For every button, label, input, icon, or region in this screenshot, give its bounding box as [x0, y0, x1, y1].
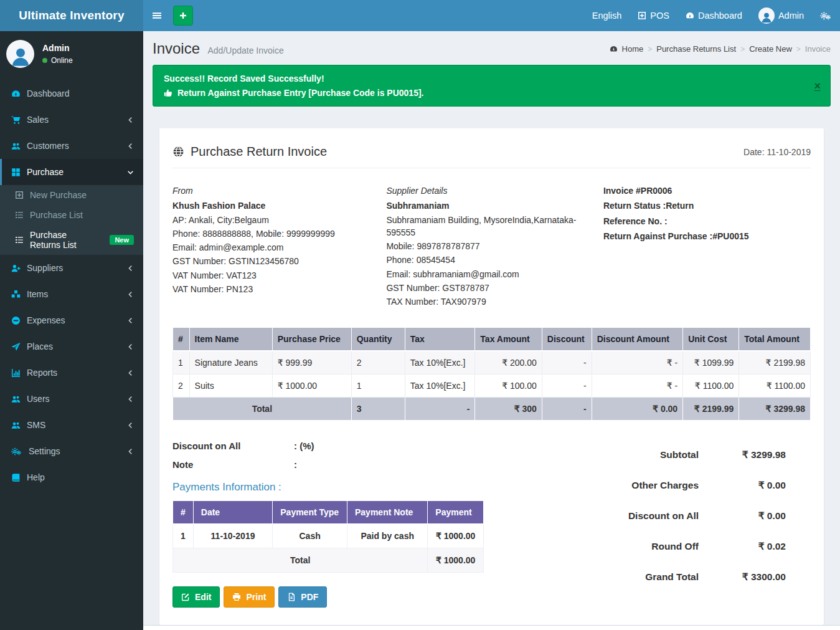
pdf-button[interactable]: PDF: [278, 586, 327, 608]
chevron-left-icon: [127, 370, 134, 376]
action-buttons: Edit Print PDF: [172, 586, 587, 608]
sidebar-item-dashboard[interactable]: Dashboard: [0, 80, 143, 107]
quick-add-button[interactable]: [173, 6, 193, 26]
thumbs-up-icon: [164, 88, 172, 97]
print-button[interactable]: Print: [224, 586, 275, 608]
avatar: [758, 7, 775, 24]
hamburger-icon: [152, 11, 162, 21]
file-pdf-icon: [287, 593, 296, 601]
purchase-submenu: New Purchase Purchase List Purchase Retu…: [0, 185, 143, 255]
app-window: Ultimate Inventory English POS Dashboard: [0, 0, 840, 630]
language-menu[interactable]: English: [584, 0, 630, 31]
dashboard-link[interactable]: Dashboard: [677, 0, 750, 31]
minus-circle-icon: [11, 316, 21, 325]
chevron-left-icon: [127, 117, 134, 123]
supplier-section: Supplier Details Subhramaniam Subhramani…: [386, 184, 603, 308]
cart-icon: [11, 115, 21, 125]
dashboard-label: Dashboard: [698, 11, 742, 21]
user-menu[interactable]: Admin: [750, 0, 812, 31]
supplier-label: Supplier Details: [386, 184, 591, 197]
sidebar-item-users[interactable]: Users: [0, 386, 143, 412]
main-content: Invoice Add/Update Invoice Home Purchase…: [143, 31, 840, 630]
sidebar-item-expenses[interactable]: Expenses: [0, 307, 143, 333]
chevron-left-icon: [127, 396, 134, 403]
summary-round-off-row: Round Off ₹ 0.02: [587, 535, 786, 565]
breadcrumb-separator: [796, 44, 801, 54]
language-label: English: [592, 11, 622, 21]
payments-total-row: Total ₹ 1000.00: [173, 548, 484, 572]
pos-label: POS: [650, 11, 669, 21]
chevron-left-icon: [127, 422, 134, 429]
sidebar-item-help[interactable]: Help: [0, 464, 143, 490]
return-against-purchase: Return Against Purchase :#PU0015: [603, 230, 811, 242]
payments-heading: Payments Information :: [172, 481, 587, 494]
new-badge: New: [110, 235, 134, 245]
users-icon: [11, 421, 21, 430]
payments-header-row: # Date Payment Type Payment Note Payment: [173, 500, 484, 523]
sidebar-item-settings[interactable]: Settings: [0, 438, 143, 464]
plus-square-icon: [638, 11, 646, 20]
cubes-icon: [11, 290, 21, 299]
top-navbar: Ultimate Inventory English POS Dashboard: [0, 0, 840, 31]
breadcrumb-create-new[interactable]: Create New: [749, 44, 792, 54]
sidebar-item-customers[interactable]: Customers: [0, 133, 143, 159]
from-name: Khush Fashion Palace: [172, 199, 374, 212]
breadcrumb-home[interactable]: Home: [622, 44, 644, 54]
content-header: Invoice Add/Update Invoice Home Purchase…: [143, 31, 840, 65]
sidebar-item-sms[interactable]: SMS: [0, 412, 143, 438]
breadcrumb-current: Invoice: [805, 44, 831, 54]
globe-icon: [172, 146, 184, 158]
chevron-left-icon: [127, 143, 134, 150]
settings-menu[interactable]: [812, 0, 840, 31]
gauge-icon: [610, 45, 618, 53]
cogs-icon: [11, 447, 22, 456]
breadcrumb-purchase-returns-list[interactable]: Purchase Returns List: [656, 44, 736, 54]
online-dot-icon: [42, 58, 47, 63]
sidebar-item-new-purchase[interactable]: New Purchase: [0, 185, 143, 205]
chevron-left-icon: [127, 317, 134, 324]
cogs-icon: [820, 11, 832, 21]
plus-square-icon: [15, 191, 24, 199]
invoice-parties: From Khush Fashion Palace AP: Ankali, Ci…: [172, 184, 811, 308]
sidebar: Admin Online Dashboard Sales: [0, 31, 143, 630]
payments-table: # Date Payment Type Payment Note Payment…: [172, 500, 484, 573]
brand-logo[interactable]: Ultimate Inventory: [0, 0, 143, 31]
invoice-card: Purchase Return Invoice Date: 11-10-2019…: [159, 128, 824, 625]
sidebar-item-suppliers[interactable]: Suppliers: [0, 255, 143, 281]
breadcrumb-separator: [648, 44, 652, 54]
from-label: From: [172, 184, 374, 197]
pos-link[interactable]: POS: [630, 0, 677, 31]
user-plus-icon: [11, 264, 21, 273]
sidebar-item-reports[interactable]: Reports: [0, 360, 143, 386]
bar-chart-icon: [11, 368, 21, 378]
gauge-icon: [11, 89, 21, 98]
items-table: # Item Name Purchase Price Quantity Tax …: [172, 327, 811, 421]
table-row: 1 Signature Jeans ₹ 999.99 2 Tax 10%[Exc…: [173, 351, 811, 375]
navbar-links: English POS Dashboard Admin: [584, 0, 840, 31]
user-name-label: Admin: [778, 11, 804, 21]
invoice-card-header: Purchase Return Invoice Date: 11-10-2019: [172, 145, 811, 168]
sidebar-item-purchase-returns-list[interactable]: Purchase Returns List New: [0, 225, 143, 255]
sidebar-item-purchase[interactable]: Purchase: [0, 159, 143, 185]
items-total-row: Total 3 - ₹ 300 - ₹ 0.00 ₹ 2199.99 ₹ 329…: [173, 397, 811, 420]
sidebar-item-places[interactable]: Places: [0, 333, 143, 360]
sidebar-item-purchase-list[interactable]: Purchase List: [0, 205, 143, 225]
success-alert: Success!! Record Saved Successfully! Ret…: [153, 65, 831, 107]
sidebar-user-name: Admin: [42, 43, 73, 53]
sidebar-item-sales[interactable]: Sales: [0, 107, 143, 133]
chevron-left-icon: [127, 291, 134, 298]
alert-message: Return Against Purchase Entry [Purchase …: [177, 88, 424, 98]
close-icon[interactable]: ×: [814, 80, 821, 92]
chevron-down-icon: [127, 169, 134, 176]
invoice-heading: Purchase Return Invoice: [191, 145, 327, 159]
items-table-header-row: # Item Name Purchase Price Quantity Tax …: [173, 327, 811, 351]
breadcrumb: Home Purchase Returns List Create New In…: [610, 44, 831, 54]
sidebar-toggle-button[interactable]: [143, 0, 171, 31]
list-icon: [15, 236, 24, 244]
table-row: 2 Suits ₹ 1000.00 1 Tax 10%[Exc.] ₹ 100.…: [173, 374, 811, 397]
sidebar-menu: Dashboard Sales Customers Purchase: [0, 80, 143, 490]
users-icon: [11, 141, 21, 151]
sidebar-item-items[interactable]: Items: [0, 281, 143, 307]
from-section: From Khush Fashion Palace AP: Ankali, Ci…: [172, 184, 386, 308]
edit-button[interactable]: Edit: [172, 586, 220, 608]
